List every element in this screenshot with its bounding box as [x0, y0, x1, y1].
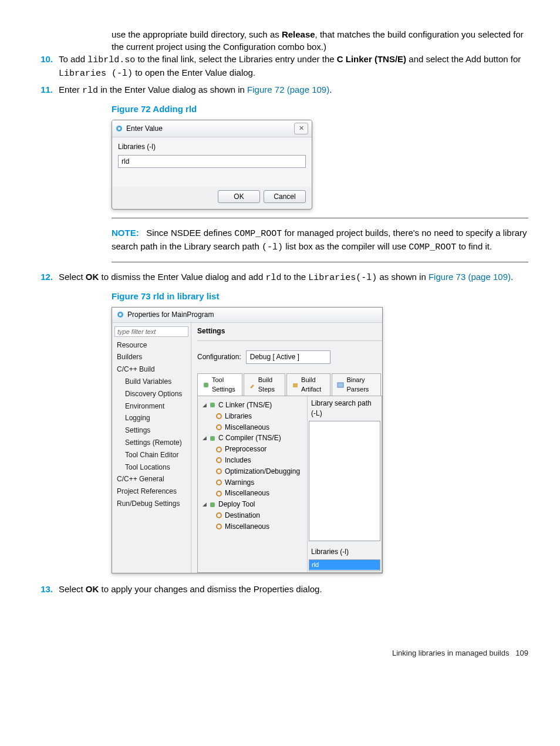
nav-buildvars[interactable]: Build Variables [114, 376, 188, 388]
tree-clinker[interactable]: ◢ C Linker (TNS/E) [200, 400, 305, 411]
tree-misc1[interactable]: Miscellaneous [200, 422, 305, 433]
nav-logging[interactable]: Logging [114, 412, 188, 424]
nav-toolchain[interactable]: Tool Chain Editor [114, 449, 188, 461]
step-12: 12. Select OK to dismiss the Enter Value… [32, 271, 528, 284]
tree-dest[interactable]: Destination [200, 510, 305, 521]
cancel-button[interactable]: Cancel [264, 190, 306, 203]
expand-icon[interactable]: ◢ [203, 434, 207, 442]
tree-libraries[interactable]: Libraries [200, 411, 305, 422]
tabs: Tool Settings Build Steps Build Artifact… [197, 373, 382, 396]
nav-toollocations[interactable]: Tool Locations [114, 461, 188, 474]
note-label: NOTE: [112, 228, 139, 238]
tab-build-steps[interactable]: Build Steps [244, 373, 285, 396]
step-body: Select OK to dismiss the Enter Value dia… [59, 271, 528, 284]
libsearch-listbox[interactable] [309, 421, 380, 542]
nav-settings-remote[interactable]: Settings (Remote) [114, 437, 188, 449]
gear-icon [215, 468, 222, 475]
step-body: Select OK to apply your changes and dism… [59, 583, 528, 595]
dialog-icon [117, 311, 124, 318]
figure-73-link[interactable]: Figure 73 (page 109) [429, 272, 511, 282]
tool-icon [209, 501, 216, 508]
step-body: Enter rld in the Enter Value dialog as s… [59, 83, 528, 97]
tree-optdebug[interactable]: Optimization/Debugging [200, 466, 305, 477]
tree-deploy[interactable]: ◢ Deploy Tool [200, 499, 305, 510]
svg-point-9 [217, 425, 221, 430]
tab-tool-settings[interactable]: Tool Settings [197, 373, 242, 396]
tool-icon [209, 401, 216, 409]
tab-binary-parsers[interactable]: Binary Parsers [332, 373, 381, 396]
enter-value-dialog: Enter Value ✕ Libraries (-l) OK Cancel [112, 120, 312, 210]
step-number: 12. [32, 271, 59, 284]
nav-environment[interactable]: Environment [114, 400, 188, 413]
ok-button[interactable]: OK [218, 190, 260, 203]
libraries-listbox[interactable]: rld [309, 559, 380, 571]
release-bold: Release [282, 29, 315, 39]
libraries-input[interactable] [118, 155, 306, 168]
svg-point-15 [217, 491, 221, 496]
nav-tree: Resource Builders C/C++ Build Build Vari… [112, 323, 191, 573]
filter-input[interactable] [114, 326, 188, 337]
gear-icon [215, 523, 222, 530]
svg-point-17 [217, 513, 221, 518]
gear-icon [215, 413, 222, 420]
gear-icon [215, 490, 222, 497]
wrench-icon [249, 382, 256, 389]
nav-rundebug[interactable]: Run/Debug Settings [114, 498, 188, 510]
gear-icon [215, 424, 222, 431]
figure-73-title: Figure 73 rld in library list [112, 290, 528, 302]
gear-icon [215, 479, 222, 486]
tool-icon [209, 435, 216, 442]
libsearch-label: Library search path (-L) [308, 396, 382, 421]
dialog-titlebar: Enter Value ✕ [112, 120, 312, 137]
svg-rect-6 [338, 383, 343, 387]
tree-preproc[interactable]: Preprocessor [200, 444, 305, 455]
field-label: Libraries (-l) [118, 142, 306, 152]
nav-settings[interactable]: Settings [114, 424, 188, 437]
svg-point-3 [119, 313, 122, 316]
figure-72-link[interactable]: Figure 72 (page 109) [247, 85, 329, 94]
tool-tree: ◢ C Linker (TNS/E) Libraries Miscellaneo… [198, 396, 308, 572]
text: use the appropriate build directory, suc… [112, 29, 282, 39]
nav-ccgeneral[interactable]: C/C++ General [114, 473, 188, 485]
tab-build-artifact[interactable]: Build Artifact [286, 373, 330, 396]
tree-misc2[interactable]: Miscellaneous [200, 488, 305, 499]
divider [112, 262, 528, 262]
expand-icon[interactable]: ◢ [203, 401, 207, 409]
nav-ccbuild[interactable]: C/C++ Build [114, 363, 188, 376]
page-footer: Linking libraries in managed builds 109 [32, 648, 528, 659]
settings-heading: Settings [197, 326, 382, 342]
dialog-titlebar: Properties for MainProgram [112, 308, 382, 323]
expand-icon[interactable]: ◢ [203, 501, 207, 508]
dialog-icon [116, 125, 123, 132]
tool-icon [203, 382, 210, 389]
close-icon[interactable]: ✕ [294, 123, 308, 134]
tree-misc3[interactable]: Miscellaneous [200, 521, 305, 532]
tree-includes[interactable]: Includes [200, 455, 305, 466]
step-number: 10. [32, 53, 59, 80]
note-block: NOTE: Since NSDEE defines COMP_ROOT for … [112, 227, 528, 254]
svg-point-1 [118, 127, 120, 130]
svg-point-14 [217, 480, 221, 485]
step-13: 13. Select OK to apply your changes and … [32, 583, 528, 595]
nav-builders[interactable]: Builders [114, 351, 188, 363]
svg-point-8 [217, 414, 221, 418]
configuration-label: Configuration: [197, 352, 241, 362]
nav-projrefs[interactable]: Project References [114, 485, 188, 498]
configuration-combo[interactable]: Debug [ Active ] [246, 350, 330, 364]
box-icon [292, 382, 299, 389]
properties-dialog: Properties for MainProgram Resource Buil… [112, 307, 383, 573]
svg-rect-4 [204, 383, 208, 387]
step-number: 13. [32, 583, 59, 595]
nav-discovery[interactable]: Discovery Options [114, 388, 188, 400]
tree-ccompiler[interactable]: ◢ C Compiler (TNS/E) [200, 433, 305, 444]
svg-rect-10 [210, 436, 215, 441]
svg-rect-5 [293, 383, 298, 387]
gear-icon [215, 512, 222, 519]
library-item-rld[interactable]: rld [309, 560, 380, 570]
dialog-title-text: Enter Value [126, 124, 163, 134]
step-number: 11. [32, 83, 59, 97]
nav-resource[interactable]: Resource [114, 339, 188, 352]
tree-warnings[interactable]: Warnings [200, 477, 305, 488]
dialog-title-text: Properties for MainProgram [127, 310, 214, 320]
gear-icon [215, 457, 222, 464]
